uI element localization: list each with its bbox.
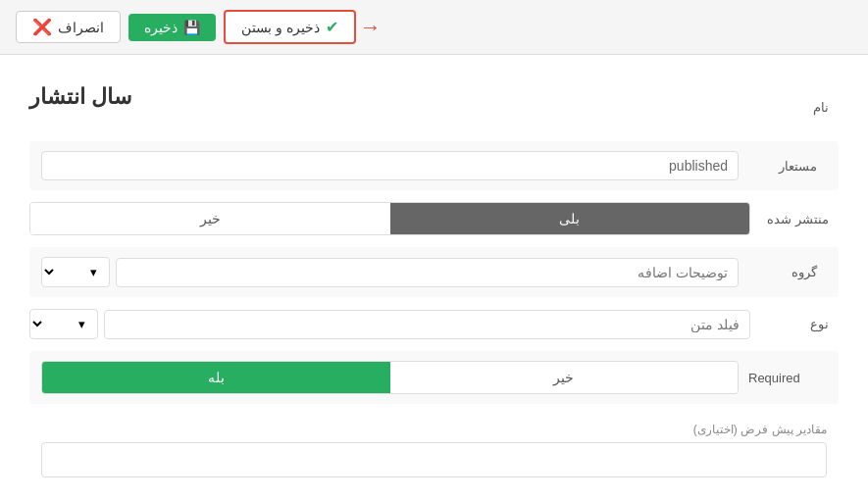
alias-row: مستعار xyxy=(29,141,839,190)
group-label: گروه xyxy=(739,265,827,279)
cancel-label: انصراف xyxy=(58,20,104,35)
type-label: نوع xyxy=(750,317,839,331)
published-toggle: خیر بلی xyxy=(29,202,750,235)
content: نام سال انتشار مستعار منتشر شده خیر بلی … xyxy=(0,55,868,502)
top-bar: → ✔ ذخیره و بستن 💾 ذخیره انصراف ❌ xyxy=(0,0,868,55)
group-input-area: ▾ xyxy=(41,257,739,287)
save-label: ذخیره xyxy=(144,20,178,35)
required-label: Required xyxy=(739,371,827,385)
cancel-button[interactable]: انصراف ❌ xyxy=(16,11,121,43)
page-title: سال انتشار xyxy=(29,84,131,110)
default-values-sub: (اختیاری) xyxy=(693,423,738,436)
published-label: منتشر شده xyxy=(750,212,839,226)
group-select[interactable]: ▾ xyxy=(41,257,110,287)
x-icon: ❌ xyxy=(32,18,52,36)
group-input[interactable] xyxy=(116,258,739,287)
alias-label: مستعار xyxy=(739,159,827,174)
required-yes-button[interactable]: بله xyxy=(42,362,390,393)
type-row: نوع ▾ xyxy=(29,299,839,349)
required-row: Required بله خیر xyxy=(29,351,839,404)
group-row: گروه ▾ xyxy=(29,247,839,297)
required-no-button[interactable]: خیر xyxy=(390,362,739,393)
save-icon: 💾 xyxy=(183,20,200,35)
type-input[interactable] xyxy=(104,310,750,339)
type-input-area: ▾ xyxy=(29,309,750,339)
default-values-section: مقادیر پیش فرض (اختیاری) xyxy=(29,412,839,487)
default-values-label: مقادیر پیش فرض (اختیاری) xyxy=(41,422,827,436)
published-yes-button[interactable]: بلی xyxy=(390,203,750,234)
alias-input[interactable] xyxy=(41,151,739,180)
default-values-input[interactable] xyxy=(41,442,827,477)
save-close-label: ذخیره و بستن xyxy=(241,20,320,35)
published-row: منتشر شده خیر بلی xyxy=(29,192,839,245)
title-row: نام سال انتشار xyxy=(29,75,839,139)
save-close-button[interactable]: ✔ ذخیره و بستن xyxy=(224,10,356,44)
required-toggle: بله خیر xyxy=(41,361,739,394)
arrow-indicator: → xyxy=(360,15,382,40)
name-label: نام xyxy=(750,100,839,115)
published-no-button[interactable]: خیر xyxy=(30,203,390,234)
check-icon: ✔ xyxy=(326,18,338,36)
type-select[interactable]: ▾ xyxy=(29,309,98,339)
save-button[interactable]: 💾 ذخیره xyxy=(128,14,216,41)
